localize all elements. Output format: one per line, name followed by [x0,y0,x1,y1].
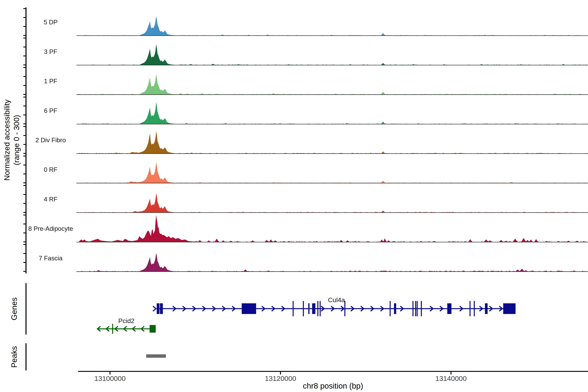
gene-models: Cul4aPcid2 [98,296,516,334]
gene-pcid2: Pcid2 [98,317,156,334]
gene-exon-tick [317,301,318,316]
gene-exon-tick [415,301,416,316]
gene-exon-tick [470,301,470,316]
gene-exon-tick [112,324,113,334]
coverage-track-6-pf: 6 PF [44,102,588,124]
track-label: 2 Div Fibro [36,136,66,144]
gene-name-label: Pcid2 [118,317,134,324]
gene-exon [160,303,163,314]
coverage-track-2-div-fibro: 2 Div Fibro [36,131,588,154]
genome-browser-figure-wrap: Normalized accessibility (range 0 - 300)… [0,0,588,392]
gene-exon [485,303,488,314]
x-axis-ticks: 131000001312000013140000 [94,372,467,382]
coverage-area [78,131,587,153]
coverage-track-8-pre-adipocyte: 8 Pre-Adipocyte [28,215,588,242]
track-label: 6 PF [44,107,57,114]
gene-exon [150,325,156,333]
coverage-area [84,193,588,212]
x-axis-tick-label: 13120000 [265,374,296,382]
gene-name-label: Cul4a [328,296,345,304]
x-axis-title: chr8 position (bp) [303,382,363,390]
coverage-area [84,16,588,35]
coverage-track-0-rf: 0 RF [44,162,588,183]
track-label: 3 PF [44,48,57,55]
track-label: 8 Pre-Adipocyte [28,225,73,232]
coverage-track-7-fascia: 7 Fascia [39,253,588,272]
coverage-area [78,253,587,272]
peak-calls [146,354,166,358]
x-axis-tick-label: 13140000 [435,374,467,382]
track-label: 7 Fascia [39,255,62,262]
coverage-track-3-pf: 3 PF [44,44,588,65]
y-axis-title-line1: Normalized accessibility [2,99,11,181]
peak-call-bar [146,354,166,358]
coverage-track-1-pf: 1 PF [44,74,588,94]
genome-browser-figure: Normalized accessibility (range 0 - 300)… [0,0,588,392]
gene-exon [312,303,316,314]
gene-exon-tick [303,301,304,316]
x-axis-tick-label: 13100000 [94,374,126,382]
y-axis: Normalized accessibility (range 0 - 300) [2,7,26,274]
gene-exon [157,303,160,314]
coverage-track-5-dp: 5 DP [44,16,588,36]
gene-exon-tick [320,301,320,316]
coverage-track-4-rf: 4 RF [44,193,588,213]
coverage-area [82,102,587,124]
gene-exon-tick [474,301,475,316]
peaks-section-label: Peaks [10,346,18,368]
track-label: 1 PF [44,78,57,84]
strand-arrow-icon [153,306,156,311]
gene-exon-tick [421,301,422,316]
gene-exon [503,303,516,314]
x-axis: 131000001312000013140000 chr8 position (… [78,372,588,390]
gene-exon-tick [417,301,418,316]
gene-exon [308,303,310,314]
coverage-area [78,74,587,94]
gene-exon-tick [293,301,294,316]
signal-tracks: 5 DP3 PF1 PF6 PF2 Div Fibro0 RF4 RF8 Pre… [28,16,588,272]
gene-exon [447,303,452,314]
gene-exon-tick [412,301,414,316]
genes-section-label: Genes [10,298,18,320]
gene-exon [242,303,256,314]
track-label: 5 DP [44,18,58,26]
peaks-section: Peaks [10,343,166,370]
gene-cul4a: Cul4a [153,296,516,316]
track-label: 0 RF [44,166,57,173]
coverage-area [79,215,588,242]
coverage-area [87,44,587,65]
track-label: 4 RF [44,196,57,203]
y-axis-title-line2: (range 0 - 300) [12,115,21,165]
coverage-area [80,162,588,183]
gene-exon-tick [390,301,391,316]
gene-exon [394,303,396,314]
genes-section: Genes Cul4aPcid2 [10,283,516,335]
